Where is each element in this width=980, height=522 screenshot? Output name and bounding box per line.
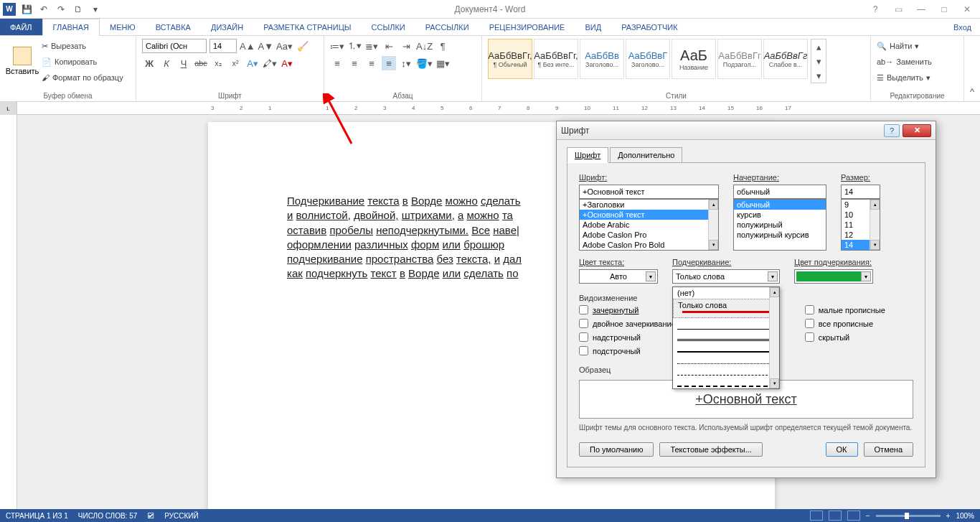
number-list-button[interactable]: ⒈▾ — [347, 39, 362, 53]
borders-button[interactable]: ▦▾ — [435, 56, 450, 70]
text-effects-button[interactable]: Текстовые эффекты... — [659, 442, 763, 457]
styles-scroll-down[interactable]: ▾ — [811, 54, 826, 68]
italic-button[interactable]: К — [159, 56, 174, 70]
tab-home[interactable]: ГЛАВНАЯ — [42, 19, 100, 36]
subscript-button[interactable]: x₂ — [211, 56, 225, 70]
new-doc-button[interactable]: 🗋 — [72, 3, 85, 16]
style-normal[interactable]: АаБбВвГг,¶ Обычный — [488, 39, 532, 79]
dialog-tab-font[interactable]: Шрифт — [567, 147, 608, 163]
decrease-indent-button[interactable]: ⇤ — [382, 39, 396, 53]
collapse-ribbon-button[interactable]: ^ — [965, 84, 979, 98]
status-words[interactable]: ЧИСЛО СЛОВ: 57 — [78, 512, 137, 520]
size-list-scrollbar[interactable]: ▴▾ — [870, 200, 880, 250]
align-center-button[interactable]: ≡ — [347, 56, 362, 70]
underline-option-dashed-thick[interactable] — [677, 377, 775, 387]
shrink-font-button[interactable]: A▼ — [258, 39, 274, 53]
tab-menu[interactable]: Меню — [100, 19, 146, 35]
show-marks-button[interactable]: ¶ — [435, 39, 450, 53]
shading-button[interactable]: 🪣▾ — [416, 56, 433, 70]
zoom-out-button[interactable]: − — [866, 512, 870, 520]
horizontal-ruler[interactable]: 3 2 1 1 2 3 4 5 6 7 8 9 10 11 12 13 14 1… — [17, 102, 980, 115]
tab-mailings[interactable]: РАССЫЛКИ — [415, 19, 479, 35]
style-subtitle[interactable]: АаБбВвГгПодзагол... — [717, 39, 762, 79]
grow-font-button[interactable]: A▲ — [240, 39, 255, 53]
line-spacing-button[interactable]: ↕▾ — [399, 56, 413, 70]
superscript-button[interactable]: x² — [228, 56, 242, 70]
align-right-button[interactable]: ≡ — [364, 56, 379, 70]
bold-button[interactable]: Ж — [142, 56, 156, 70]
replace-button[interactable]: ab→ Заменить — [877, 55, 932, 69]
font-combo[interactable]: +Основной текст — [579, 185, 719, 199]
underline-option-single[interactable] — [677, 320, 775, 330]
tab-insert[interactable]: ВСТАВКА — [146, 19, 201, 35]
undo-button[interactable]: ↶ — [37, 3, 50, 16]
check-smallcaps[interactable]: малые прописные — [805, 305, 885, 314]
style-title[interactable]: АаБНазвание — [672, 39, 716, 79]
text-color-combo[interactable]: Авто▾ — [579, 269, 658, 284]
paste-button[interactable]: Вставить — [6, 39, 39, 83]
text-effects-button[interactable]: A▾ — [245, 56, 260, 70]
select-button[interactable]: ☰ Выделить ▾ — [877, 70, 932, 85]
strikethrough-button[interactable]: abc — [194, 56, 208, 70]
font-name-combo[interactable]: Calibri (Осн — [142, 39, 207, 53]
underline-option-dashed[interactable] — [677, 365, 775, 376]
style-nospacing[interactable]: АаБбВвГг,¶ Без инте... — [534, 39, 578, 79]
styles-scroll-up[interactable]: ▴ — [811, 39, 826, 54]
style-heading1[interactable]: АаБбВвЗаголово... — [580, 39, 624, 79]
save-button[interactable]: 💾 — [20, 3, 33, 16]
maximize-button[interactable]: □ — [937, 3, 951, 16]
view-read-button[interactable] — [810, 511, 823, 521]
default-button[interactable]: По умолчанию — [579, 442, 654, 457]
change-case-button[interactable]: Aa▾ — [276, 39, 293, 53]
tab-developer[interactable]: РАЗРАБОТЧИК — [611, 19, 687, 35]
zoom-level[interactable]: 100% — [956, 512, 974, 520]
style-combo[interactable]: обычный — [733, 185, 826, 199]
check-strike[interactable]: зачеркнутый — [579, 305, 676, 314]
clear-formatting-button[interactable]: 🧹 — [296, 39, 310, 53]
underline-combo[interactable]: Только слова▾ — [672, 269, 780, 284]
font-listbox[interactable]: +Заголовки +Основной текст Adobe Arabic … — [579, 199, 719, 251]
ribbon-display-button[interactable]: ▭ — [891, 3, 905, 16]
font-color-button[interactable]: A▾ — [280, 56, 294, 70]
view-print-button[interactable] — [829, 511, 842, 521]
status-page[interactable]: СТРАНИЦА 1 ИЗ 1 — [6, 512, 68, 520]
check-superscript[interactable]: надстрочный — [579, 332, 676, 342]
bullet-list-button[interactable]: ≔▾ — [330, 39, 344, 53]
underline-button[interactable]: Ч — [176, 56, 191, 70]
zoom-in-button[interactable]: + — [946, 512, 951, 520]
tab-references[interactable]: ССЫЛКИ — [362, 19, 415, 35]
underline-option-none[interactable]: (нет) — [673, 287, 779, 299]
tab-layout[interactable]: РАЗМЕТКА СТРАНИЦЫ — [253, 19, 361, 35]
underline-option-dotted[interactable] — [677, 354, 775, 364]
ok-button[interactable]: ОК — [826, 442, 858, 457]
minimize-button[interactable]: — — [914, 3, 928, 16]
cut-button[interactable]: ✂ Вырезать — [42, 39, 123, 53]
check-subscript[interactable]: подстрочный — [579, 346, 676, 355]
style-heading2[interactable]: АаБбВвГЗаголово... — [626, 39, 670, 79]
size-listbox[interactable]: 9 10 11 12 14 ▴▾ — [841, 199, 880, 251]
dialog-close-button[interactable]: ✕ — [903, 124, 931, 137]
style-subtle[interactable]: АаБбВвГгСлабое в... — [763, 39, 808, 79]
align-left-button[interactable]: ≡ — [330, 56, 344, 70]
login-link[interactable]: Вход — [945, 19, 980, 35]
tab-view[interactable]: ВИД — [575, 19, 611, 35]
cancel-button[interactable]: Отмена — [864, 442, 913, 457]
underline-option-words[interactable]: Только слова — [673, 299, 779, 318]
sort-button[interactable]: A↓Z — [416, 39, 433, 53]
copy-button[interactable]: 📄 Копировать — [42, 55, 123, 69]
tab-review[interactable]: РЕЦЕНЗИРОВАНИЕ — [479, 19, 575, 35]
font-list-scrollbar[interactable]: ▴▾ — [708, 200, 718, 250]
close-button[interactable]: ✕ — [960, 3, 974, 16]
styles-more[interactable]: ▾ — [811, 68, 826, 83]
status-language[interactable]: РУССКИЙ — [164, 512, 198, 520]
dialog-titlebar[interactable]: Шрифт ? ✕ — [557, 121, 936, 140]
format-painter-button[interactable]: 🖌 Формат по образцу — [42, 70, 123, 85]
underline-dropdown-scrollbar[interactable]: ▴▾ — [769, 287, 779, 388]
check-double-strike[interactable]: двойное зачеркивание — [579, 319, 676, 328]
font-size-combo[interactable]: 14 — [209, 39, 237, 53]
qat-dropdown[interactable]: ▾ — [89, 3, 102, 16]
vertical-ruler[interactable] — [0, 115, 17, 509]
dialog-help-button[interactable]: ? — [884, 124, 900, 137]
highlight-button[interactable]: 🖍▾ — [263, 56, 277, 70]
underline-dropdown-list[interactable]: (нет) Только слова ▴▾ — [672, 286, 780, 389]
